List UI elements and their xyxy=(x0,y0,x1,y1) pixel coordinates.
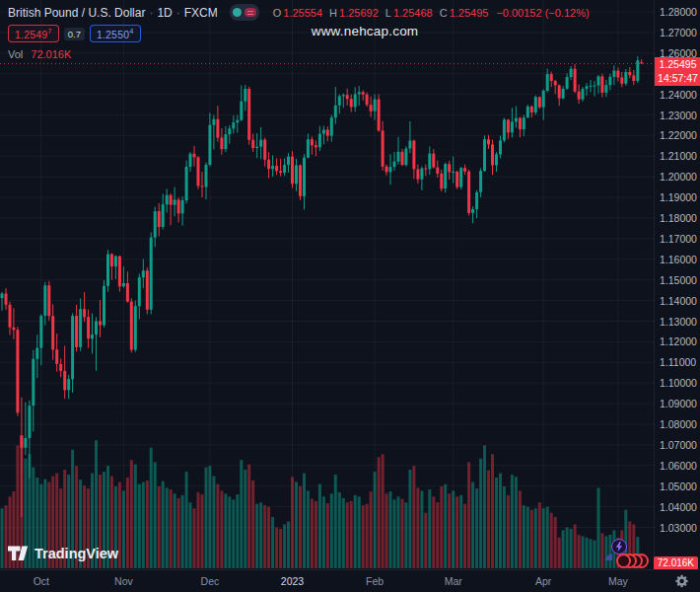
time-axis[interactable]: OctNovDec2023FebMarAprMay xyxy=(0,569,700,592)
change-value: −0.00152 (−0.12%) xyxy=(496,7,589,19)
candle-body xyxy=(628,72,631,75)
volume-bar xyxy=(479,459,482,568)
volume-bar xyxy=(404,502,407,568)
volume-bar xyxy=(232,499,235,568)
candle-body xyxy=(208,125,211,165)
tradingview-logo[interactable]: TradingView xyxy=(8,545,118,561)
candle-body xyxy=(118,257,121,287)
volume-bar xyxy=(570,529,573,568)
volume-bar xyxy=(432,496,435,568)
volume-bar xyxy=(287,522,290,569)
volume-bar xyxy=(550,513,553,568)
separator-dot: · xyxy=(149,6,153,20)
candle-body xyxy=(350,99,353,107)
exchange-label[interactable]: FXCM xyxy=(184,6,218,20)
candle-body xyxy=(515,118,518,122)
volume-bar xyxy=(444,484,447,568)
volume-bar xyxy=(208,466,211,568)
volume-bar xyxy=(224,493,227,568)
volume-label: Vol xyxy=(8,48,23,60)
chart-canvas[interactable] xyxy=(0,0,654,569)
candle-body xyxy=(162,204,165,227)
volume-bar xyxy=(594,541,596,568)
candle-body xyxy=(582,89,585,99)
candle-body xyxy=(197,157,200,185)
candle-body xyxy=(154,211,157,238)
candle-body xyxy=(594,86,596,87)
time-tick-label: May xyxy=(608,575,628,587)
flag-stack-icon[interactable] xyxy=(605,554,649,569)
sell-button[interactable]: 1.25497 xyxy=(8,25,59,43)
volume-bar xyxy=(212,477,215,569)
volume-bar xyxy=(122,490,125,568)
buy-button[interactable]: 1.25504 xyxy=(90,25,141,43)
candle-body xyxy=(91,334,94,338)
volume-bar xyxy=(546,507,549,568)
candle-body xyxy=(232,122,235,128)
chart-legend: British Pound / U.S. Dollar · 1D · FXCM … xyxy=(8,5,590,60)
candle-body xyxy=(303,158,306,196)
volume-bar xyxy=(291,477,294,568)
volume-bar xyxy=(558,538,561,568)
candle-body xyxy=(299,166,302,196)
candle-body xyxy=(616,71,619,78)
candle-body xyxy=(612,71,615,77)
volume-bar xyxy=(134,465,137,568)
volume-bar xyxy=(303,474,306,568)
volume-bar xyxy=(318,484,321,568)
volume-bar xyxy=(279,529,282,568)
volume-bar xyxy=(166,487,169,568)
symbol-title[interactable]: British Pound / U.S. Dollar xyxy=(8,6,145,20)
candle-body xyxy=(63,371,66,390)
candle-body xyxy=(574,69,577,92)
volume-bar xyxy=(393,499,396,568)
candle-body xyxy=(471,209,474,213)
volume-bar xyxy=(487,471,490,568)
volume-bar xyxy=(220,490,223,568)
candle-body xyxy=(546,74,549,91)
volume-bar xyxy=(586,538,589,568)
price-tick-label: 1.09000 xyxy=(660,398,697,409)
volume-bar xyxy=(574,525,577,569)
close-label: C xyxy=(440,7,448,19)
price-tick-label: 1.14000 xyxy=(660,295,697,307)
volume-bar xyxy=(189,502,192,568)
candle-body xyxy=(263,140,266,160)
volume-bar xyxy=(455,496,458,568)
candle-body xyxy=(562,89,565,99)
candle-body xyxy=(39,316,42,348)
candle-body xyxy=(608,77,611,85)
volume-bar xyxy=(193,508,196,568)
candle-body xyxy=(354,94,357,107)
time-tick-label: Nov xyxy=(114,575,133,587)
candle-body xyxy=(122,283,125,286)
gear-icon[interactable] xyxy=(675,574,689,588)
lightning-icon[interactable] xyxy=(611,539,627,555)
candle-body xyxy=(455,172,458,187)
price-axis[interactable]: 1.25495 14:57:47 72.016K 1.280001.270001… xyxy=(654,0,700,569)
interval-label[interactable]: 1D xyxy=(157,6,172,20)
candle-body xyxy=(597,76,600,85)
volume-bar xyxy=(295,482,298,569)
time-tick-label: Feb xyxy=(366,575,384,587)
volume-bar xyxy=(244,470,246,568)
candle-body xyxy=(142,270,145,277)
time-tick-label: Mar xyxy=(445,575,462,587)
candle-body xyxy=(346,95,349,99)
tradingview-mark-icon xyxy=(8,545,29,561)
candle-body xyxy=(499,140,502,154)
candle-body xyxy=(479,171,482,192)
volume-bar xyxy=(578,535,581,568)
candle-body xyxy=(20,436,23,448)
sell-dot-icon xyxy=(233,8,242,17)
candle-body xyxy=(51,316,54,349)
volume-bar xyxy=(275,528,278,569)
volume-bar xyxy=(162,481,165,568)
candle-body xyxy=(590,86,593,87)
candle-body xyxy=(106,255,109,286)
buy-sell-panel-toggle[interactable] xyxy=(230,4,259,21)
candle-body xyxy=(538,97,541,107)
open-label: O xyxy=(273,7,282,19)
time-tick-label: Apr xyxy=(535,575,551,587)
volume-bar xyxy=(519,490,522,568)
